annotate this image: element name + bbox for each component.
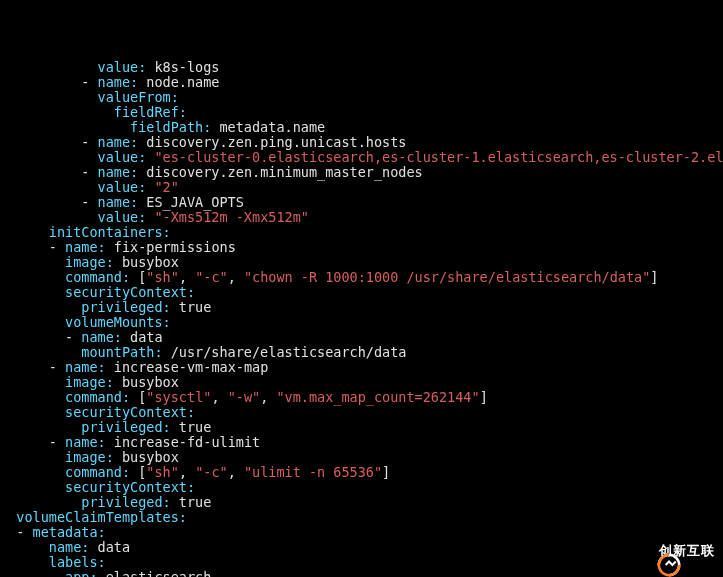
logo-icon xyxy=(619,533,653,567)
yaml-code-block: value: k8s-logs - name: node.name valueF… xyxy=(0,60,723,577)
watermark-logo: 创新互联 xyxy=(619,533,715,567)
